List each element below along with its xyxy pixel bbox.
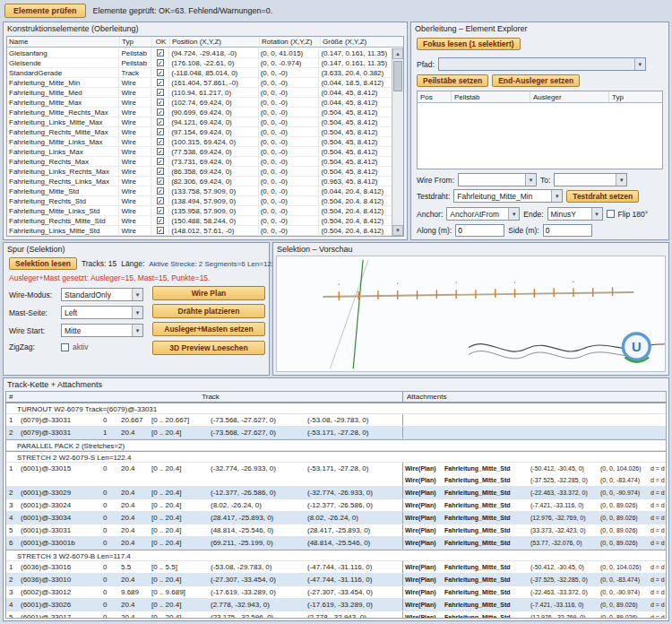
column-header-position[interactable]: Position (X,Y,Z) — [170, 37, 260, 47]
table-row[interactable]: GleisanfangPeilstab✓(94.724, -29.418, -0… — [7, 48, 392, 58]
table-row[interactable]: 4(6001)@-33026020.4[0 .. 20.4](2.778, -3… — [6, 599, 666, 611]
scroll-up-icon[interactable]: ▲ — [392, 48, 403, 59]
ok-checkbox[interactable]: ✓ — [157, 69, 164, 76]
table-row[interactable]: Fahrleitung_Links_Mitte_StdWire✓(148.012… — [7, 226, 392, 236]
wire-start-value: Mitte — [65, 326, 81, 335]
table-row[interactable]: 5(6001)@-33031020.4[0 .. 20.4](48.814, -… — [6, 524, 666, 537]
table-row[interactable]: 6(6001)@-33001b020.4[0 .. 20.4](69.211, … — [6, 537, 666, 550]
table-row[interactable]: Fahrleitung_Links_Mitte_MaxWire✓(94.121,… — [7, 117, 392, 127]
table-row[interactable]: Fahrleitung_Mitte_MedWire✓(110.94, 61.21… — [7, 88, 392, 98]
focus-read-button[interactable]: Fokus lesen (1 selektiert) — [417, 38, 521, 50]
column-header-attachments[interactable]: Attachments — [402, 392, 666, 402]
ok-checkbox[interactable]: ✓ — [157, 178, 164, 185]
ok-checkbox[interactable]: ✓ — [157, 49, 164, 56]
table-row[interactable]: Fahrleitung_Mitte_MaxWire✓(102.74, 69.42… — [7, 98, 392, 108]
set-ausleger-masten-button[interactable]: Ausleger+Masten setzen — [152, 322, 265, 336]
flip-checkbox[interactable] — [607, 210, 615, 218]
ok-checkbox[interactable]: ✓ — [157, 138, 164, 145]
wire-modus-select[interactable]: StandardOnly ▾ — [61, 288, 143, 301]
table-row[interactable]: 3(6002)@-3301209.689[0 .. 9.689](-17.619… — [6, 586, 666, 599]
wire-from-label: Wire From: — [417, 176, 454, 185]
wire-to-select[interactable]: ▾ — [554, 173, 627, 186]
ok-checkbox[interactable]: ✓ — [157, 118, 164, 126]
place-wires-button[interactable]: Drähte platzieren — [152, 304, 265, 318]
table-row[interactable]: Fahrleitung_Mitte_Rechts_MaxWire✓(90.699… — [7, 108, 392, 117]
table-row[interactable]: GleisendePeilstab✓(176.108, -22.61, 0)(0… — [7, 58, 392, 68]
column-header-size[interactable]: Größe (X,Y,Z) — [321, 37, 393, 47]
table-row[interactable]: 3(6001)@-33024020.4[0 .. 20.4](8.02, -26… — [6, 499, 666, 512]
table-row[interactable]: 4(6001)@-33034020.4[0 .. 20.4](28.417, -… — [6, 512, 666, 524]
attachment-name: Fahrleitung_Mitte_Std — [443, 487, 529, 498]
set-peilstaebe-button[interactable]: Peilstäbe setzen — [417, 74, 488, 87]
along-input[interactable] — [455, 224, 504, 237]
table-row[interactable]: Fahrleitung_Rechts_Mitte_MaxWire✓(97.154… — [7, 127, 392, 137]
ok-checkbox[interactable]: ✓ — [157, 99, 164, 106]
ende-select[interactable]: MinusY ▾ — [547, 207, 603, 221]
table-row[interactable]: Fahrleitung_Mitte_Links_MaxWire✓(100.315… — [7, 137, 392, 147]
scrollbar-thumb[interactable] — [393, 61, 402, 91]
table-row[interactable]: 1(6079)@-33031020.667[0 .. 20.667](-73.5… — [6, 414, 666, 427]
cell-position: (138.494, 57.909, 0) — [169, 196, 259, 205]
cell-branch: 0 — [101, 524, 119, 536]
scroll-down-icon[interactable]: ▼ — [392, 225, 403, 236]
table-row[interactable]: Fahrleitung_Mitte_MinWire✓(161.404, 57.8… — [7, 78, 392, 88]
column-header-rotation[interactable]: Rotation (X,Y,Z) — [260, 37, 321, 47]
ok-checkbox[interactable]: ✓ — [157, 217, 164, 224]
ok-checkbox[interactable]: ✓ — [157, 207, 164, 214]
construction-scrollbar[interactable]: ▲ ▼ — [392, 48, 403, 236]
table-row[interactable]: 2(6001)@-33029020.4[0 .. 20.4](-12.377, … — [6, 487, 666, 499]
table-row[interactable]: 1(6036)@-3301605.5[0 .. 5.5](-53.08, -29… — [6, 561, 666, 574]
mast-seite-select[interactable]: Left ▾ — [61, 306, 143, 319]
column-header-name[interactable]: Name — [7, 37, 120, 47]
table-row[interactable]: Fahrleitung_Mitte_StdWire✓(133.758, 57.9… — [7, 186, 392, 196]
column-header-num[interactable]: # — [6, 392, 19, 402]
ok-checkbox[interactable]: ✓ — [157, 79, 164, 86]
anchor-select[interactable]: AnchorAtFrom ▾ — [446, 207, 520, 221]
table-row[interactable]: Fahrleitung_Links_Rechts_MaxWire✓(86.358… — [7, 167, 392, 177]
table-row[interactable]: StandardGeradeTrack✓(-118.048, 85.014, 0… — [7, 68, 392, 78]
table-row[interactable]: 2(6079)@-33031120.4[0 .. 20.4](-73.568, … — [6, 427, 666, 439]
ok-checkbox[interactable]: ✓ — [157, 59, 164, 66]
set-endausleger-button[interactable]: End-Ausleger setzen — [492, 74, 580, 87]
table-row[interactable]: 5(6001)@-33017020.4[0 .. 20.4](23.175, -… — [6, 611, 666, 619]
column-header-track[interactable]: Track — [19, 392, 402, 402]
pfad-select[interactable]: ▾ — [438, 57, 646, 71]
ok-checkbox[interactable]: ✓ — [157, 89, 164, 96]
set-testdraht-button[interactable]: Testdraht setzen — [566, 190, 639, 203]
uturn-icon[interactable]: U — [623, 334, 650, 362]
table-row[interactable]: Fahrleitung_Mitte_Links_StdWire✓(135.958… — [7, 206, 392, 216]
table-row[interactable]: Fahrleitung_Links_MaxWire✓(77.538, 69.42… — [7, 147, 392, 157]
ok-checkbox[interactable]: ✓ — [157, 158, 164, 165]
column-header-typ2[interactable]: Typ — [609, 91, 662, 102]
wire-plan-button[interactable]: Wire Plan — [152, 286, 265, 300]
column-header-ausleger[interactable]: Ausleger — [530, 91, 609, 102]
zigzag-checkbox[interactable] — [61, 343, 69, 351]
delete-3d-preview-button[interactable]: 3D Preview Loeschen — [152, 341, 265, 355]
ok-checkbox[interactable]: ✓ — [157, 187, 164, 195]
ok-checkbox[interactable]: ✓ — [157, 197, 164, 204]
ok-checkbox[interactable]: ✓ — [157, 128, 164, 135]
column-header-pos[interactable]: Pos — [418, 91, 452, 102]
table-row[interactable]: Fahrleitung_Rechts_StdWire✓(138.494, 57.… — [7, 196, 392, 206]
ok-checkbox[interactable]: ✓ — [157, 148, 164, 155]
table-row[interactable]: 1(6001)@-33015020.4[0 .. 20.4](-32.774, … — [6, 463, 666, 487]
track-panel-title: Track-Kette + Attachments — [4, 378, 668, 391]
wire-from-select[interactable]: ▾ — [458, 173, 537, 186]
table-row[interactable]: Fahrleitung_Rechts_Links_MaxWire✓(82.306… — [7, 177, 392, 186]
ok-checkbox[interactable]: ✓ — [157, 108, 164, 116]
ok-checkbox[interactable]: ✓ — [157, 227, 164, 234]
testdraht-select[interactable]: Fahrleitung_Mitte_Min ▾ — [453, 189, 563, 203]
table-row[interactable]: 2(6036)@-33010020.4[0 .. 20.4](-27.307, … — [6, 574, 666, 586]
column-header-ok[interactable]: OK — [152, 37, 170, 47]
wire-start-select[interactable]: Mitte ▾ — [61, 324, 143, 337]
cell-position: (161.404, 57.861, -0) — [169, 78, 259, 87]
check-elements-button[interactable]: Elemente prüfen — [4, 4, 86, 18]
column-header-typ[interactable]: Typ — [120, 37, 152, 47]
side-input[interactable] — [543, 224, 592, 237]
column-header-peilstab[interactable]: Peilstab — [452, 91, 530, 102]
read-selection-button[interactable]: Selektion lesen — [9, 257, 77, 270]
cell-point-2: (-27.307, -33.454, 0) — [306, 586, 402, 598]
table-row[interactable]: Fahrleitung_Rechts_Mitte_StdWire✓(150.48… — [7, 216, 392, 226]
ok-checkbox[interactable]: ✓ — [157, 168, 164, 175]
table-row[interactable]: Fahrleitung_Rechts_MaxWire✓(73.731, 69.4… — [7, 157, 392, 167]
